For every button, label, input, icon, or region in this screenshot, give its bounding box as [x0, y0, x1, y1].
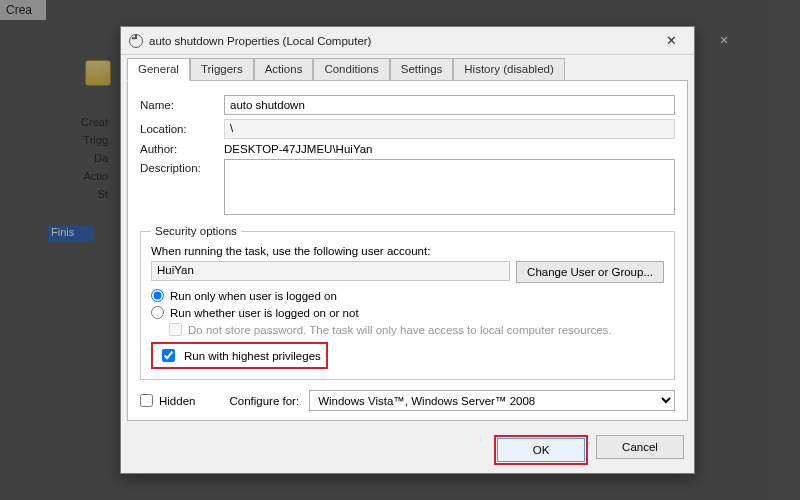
ok-highlight: OK — [494, 435, 588, 465]
security-legend: Security options — [151, 225, 241, 237]
parent-close-icon: × — [713, 30, 735, 50]
change-user-button[interactable]: Change User or Group... — [516, 261, 664, 283]
clock-icon — [129, 34, 143, 48]
radio-whether-label: Run whether user is logged on or not — [170, 307, 359, 319]
hidden-label: Hidden — [159, 395, 195, 407]
dont-store-password: Do not store password. The task will onl… — [169, 323, 664, 336]
highest-priv-label: Run with highest privileges — [184, 350, 321, 362]
new-task-icon — [85, 60, 111, 86]
author-label: Author: — [140, 143, 224, 155]
configure-for-select[interactable]: Windows Vista™, Windows Server™ 2008 — [309, 390, 675, 411]
security-options-group: Security options When running the task, … — [140, 225, 675, 380]
close-button[interactable]: ✕ — [654, 30, 688, 52]
run-highest-privileges[interactable]: Run with highest privileges — [151, 342, 328, 369]
radio-whether[interactable]: Run whether user is logged on or not — [151, 306, 664, 319]
parent-form-labels: Creat Trigg Da Actio St — [48, 110, 108, 206]
security-prompt: When running the task, use the following… — [151, 245, 664, 257]
radio-logged-on-label: Run only when user is logged on — [170, 290, 337, 302]
author-value: DESKTOP-47JJMEU\HuiYan — [224, 143, 675, 155]
tab-conditions[interactable]: Conditions — [313, 58, 389, 81]
radio-logged-on[interactable]: Run only when user is logged on — [151, 289, 664, 302]
dialog-button-row: OK Cancel — [121, 427, 694, 473]
hidden-checkbox[interactable] — [140, 394, 153, 407]
configure-for-label: Configure for: — [229, 395, 299, 407]
hidden-checkbox-row[interactable]: Hidden — [140, 394, 195, 407]
tabpanel-general: Name: Location: \ Author: DESKTOP-47JJME… — [127, 80, 688, 421]
location-label: Location: — [140, 123, 224, 135]
name-label: Name: — [140, 99, 224, 111]
dont-store-label: Do not store password. The task will onl… — [188, 324, 612, 336]
tab-bar: General Triggers Actions Conditions Sett… — [121, 55, 694, 80]
user-account-value: HuiYan — [151, 261, 510, 281]
dialog-titlebar: auto shutdown Properties (Local Computer… — [121, 27, 694, 55]
radio-logged-on-input[interactable] — [151, 289, 164, 302]
parent-finish-label: Finis — [48, 226, 94, 242]
radio-whether-input[interactable] — [151, 306, 164, 319]
dialog-title: auto shutdown Properties (Local Computer… — [149, 35, 654, 47]
tab-history[interactable]: History (disabled) — [453, 58, 564, 81]
tab-settings[interactable]: Settings — [390, 58, 454, 81]
tab-triggers[interactable]: Triggers — [190, 58, 254, 81]
highest-priv-checkbox[interactable] — [162, 349, 175, 362]
tab-general[interactable]: General — [127, 58, 190, 81]
parent-window-title-fragment: Crea — [0, 0, 46, 20]
tab-actions[interactable]: Actions — [254, 58, 314, 81]
location-value: \ — [224, 119, 675, 139]
name-input[interactable] — [224, 95, 675, 115]
cancel-button[interactable]: Cancel — [596, 435, 684, 459]
dont-store-checkbox — [169, 323, 182, 336]
description-input[interactable] — [224, 159, 675, 215]
description-label: Description: — [140, 159, 224, 174]
ok-button[interactable]: OK — [497, 438, 585, 462]
task-properties-dialog: auto shutdown Properties (Local Computer… — [120, 26, 695, 474]
